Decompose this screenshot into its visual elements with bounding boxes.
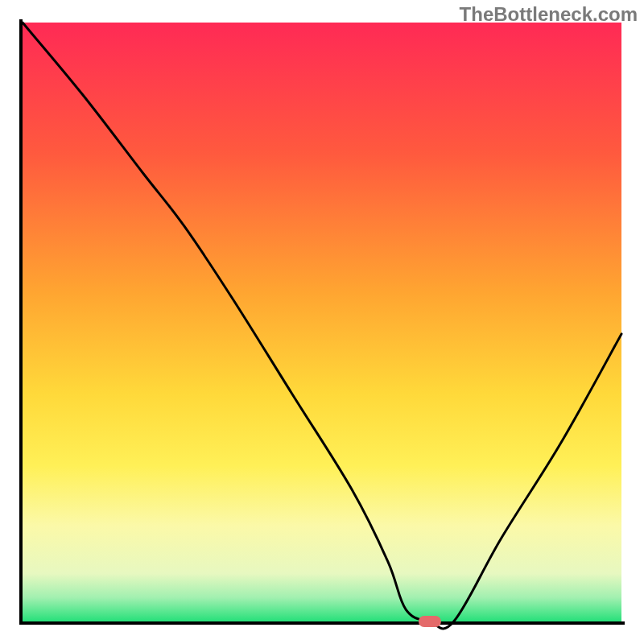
plot-area-background [23,23,621,621]
watermark-text: TheBottleneck.com [460,3,638,26]
chart-container: TheBottleneck.com [0,0,644,644]
optimal-point-marker [419,616,441,627]
y-axis [19,19,23,625]
chart-svg [0,0,644,644]
x-axis [19,621,625,625]
